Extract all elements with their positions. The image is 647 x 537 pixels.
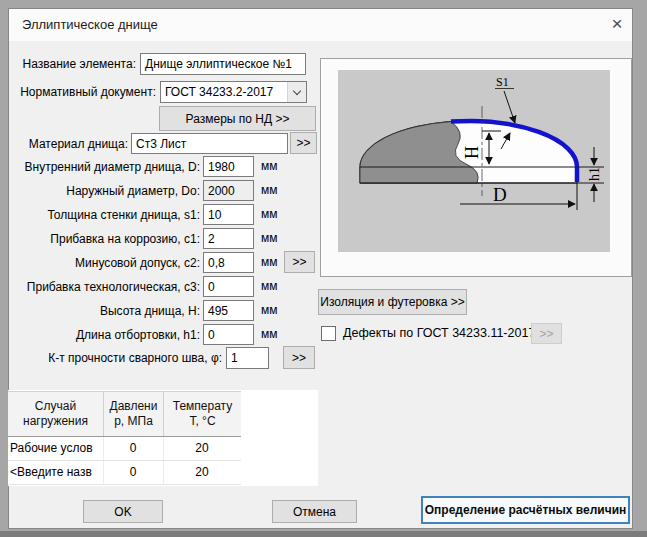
table-cell-pressure[interactable]: 0 — [103, 437, 163, 460]
table-header-pressure: Давлени р, МПа — [103, 391, 163, 436]
defects-checkbox-label: Дефекты по ГОСТ 34233.11-2017 — [343, 325, 535, 342]
param-input-Do: 2000 — [203, 180, 254, 201]
unit-label: мм — [261, 300, 278, 321]
table-cell-case[interactable]: <Введите назв — [10, 461, 102, 484]
param-input-s1[interactable]: 10 — [203, 204, 254, 225]
param-value-c2: 0,8 — [208, 256, 225, 270]
param-input-c1[interactable]: 2 — [203, 228, 254, 249]
unit-label: мм — [261, 156, 278, 177]
table-cell-temperature[interactable]: 20 — [163, 437, 241, 460]
h-dimension-label: H — [462, 146, 482, 159]
dialog-title: Эллиптическое днище — [22, 9, 158, 41]
phi-value: 1 — [231, 351, 238, 365]
param-value-Do: 2000 — [208, 184, 235, 198]
table-cell-case[interactable]: Рабочие услов — [10, 437, 102, 460]
param-input-D[interactable]: 1980 — [203, 156, 254, 177]
head-diagram: H S1 D h1 — [338, 70, 610, 252]
phi-label: К-т прочности сварного шва, φ: — [10, 349, 222, 367]
header-line: Случай — [8, 399, 103, 414]
unit-label: мм — [261, 276, 278, 297]
element-name-input[interactable]: Днище эллиптическое №1 — [140, 53, 306, 75]
normative-doc-label: Нормативный документ: — [10, 83, 156, 101]
param-value-h1: 0 — [208, 328, 215, 342]
param-input-c2[interactable]: 0,8 — [203, 252, 254, 273]
param-input-c3[interactable]: 0 — [203, 276, 254, 297]
s1-dimension-label: S1 — [496, 75, 509, 89]
header-line: нагружения — [8, 414, 103, 429]
param-label-c2: Минусовой допуск, с2: — [10, 254, 200, 272]
param-label-c3: Прибавка технологическая, с3: — [10, 278, 200, 296]
table-cell-temperature[interactable]: 20 — [163, 461, 241, 484]
element-name-value: Днище эллиптическое №1 — [145, 57, 292, 71]
defects-checkbox[interactable] — [321, 326, 336, 341]
material-input[interactable]: Ст3 Лист — [131, 133, 288, 154]
h1-dimension-label: h1 — [587, 167, 602, 181]
table-header-case: Случай нагружения — [8, 391, 103, 436]
param-value-s1: 10 — [208, 208, 221, 222]
screenshot-frame: Эллиптическое днище × Название элемента:… — [0, 0, 647, 537]
param-label-Do: Наружный диаметр, Do: — [10, 182, 200, 200]
header-line: р, МПа — [104, 414, 163, 429]
material-value: Ст3 Лист — [136, 137, 186, 151]
normative-doc-select[interactable]: ГОСТ 34233.2-2017 — [160, 81, 307, 103]
row-separator — [8, 484, 241, 485]
unit-label: мм — [261, 228, 278, 249]
c2-more-button[interactable]: >> — [284, 251, 315, 273]
param-label-s1: Толщина стенки днища, s1: — [10, 206, 200, 224]
param-label-D: Внутренний диаметр днища, D: — [10, 158, 200, 176]
phi-more-button[interactable]: >> — [283, 346, 315, 369]
header-line: Давлени — [104, 399, 163, 414]
param-label-H: Высота днища, H: — [10, 302, 200, 320]
phi-input[interactable]: 1 — [226, 347, 269, 369]
ok-button[interactable]: OK — [83, 500, 163, 523]
table-cell-pressure[interactable]: 0 — [103, 461, 163, 484]
chevron-down-icon — [293, 86, 301, 94]
param-input-h1[interactable]: 0 — [203, 324, 254, 345]
element-name-label: Название элемента: — [10, 55, 136, 73]
close-icon[interactable]: × — [602, 9, 632, 39]
param-input-H[interactable]: 495 — [203, 300, 254, 321]
nd-sizes-button[interactable]: Размеры по НД >> — [159, 106, 316, 131]
calc-values-button[interactable]: Определение расчётных величин — [421, 496, 630, 524]
header-line: Т, °С — [164, 414, 241, 429]
defects-more-button: >> — [531, 323, 562, 344]
normative-doc-value: ГОСТ 34233.2-2017 — [161, 85, 287, 99]
d-dimension-label: D — [493, 184, 507, 205]
param-value-H: 495 — [208, 304, 228, 318]
unit-label: мм — [261, 204, 278, 225]
insulation-lining-button[interactable]: Изоляция и футеровка >> — [318, 289, 467, 315]
header-line: Температу — [164, 399, 241, 414]
unit-label: мм — [261, 180, 278, 201]
param-value-c1: 2 — [208, 232, 215, 246]
unit-label: мм — [261, 324, 278, 345]
material-more-button[interactable]: >> — [290, 132, 317, 154]
param-label-h1: Длина отбортовки, h1: — [10, 326, 200, 344]
table-header-temperature: Температу Т, °С — [163, 391, 241, 436]
param-value-D: 1980 — [208, 160, 235, 174]
dropdown-arrow-box[interactable] — [287, 82, 306, 102]
param-value-c3: 0 — [208, 280, 215, 294]
unit-label: мм — [261, 252, 278, 273]
material-label: Материал днища: — [10, 135, 128, 153]
param-label-c1: Прибавка на коррозию, с1: — [10, 230, 200, 248]
cancel-button[interactable]: Отмена — [272, 500, 357, 523]
